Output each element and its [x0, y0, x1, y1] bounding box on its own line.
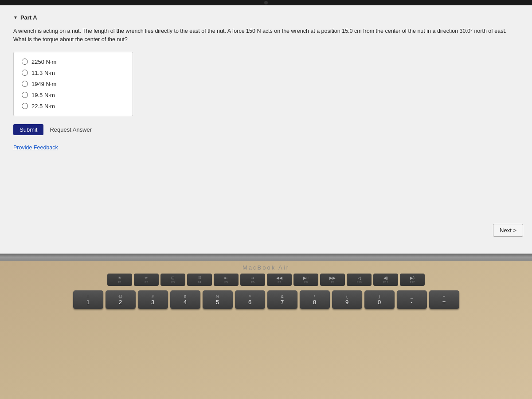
option-label-opt5: 22.5 N·m [31, 103, 55, 110]
option-opt3[interactable]: 1949 N·m [22, 81, 125, 87]
brightness-down-icon: ☀ [118, 276, 121, 280]
part-header: ▼ Part A [13, 14, 519, 21]
radio-opt5[interactable] [22, 103, 28, 109]
key-4[interactable]: $ 4 [170, 290, 200, 309]
key-minus[interactable]: _ - [397, 290, 427, 309]
fn-key-f8[interactable]: ▶II F8 [293, 274, 318, 286]
option-label-opt4: 19.5 N·m [31, 92, 55, 98]
volume-up-icon: ▶) [410, 276, 415, 280]
fn-key-f4[interactable]: ⠿ F4 [187, 274, 212, 286]
part-title: Part A [20, 14, 37, 21]
function-key-row: ☀ F1 ✳ F2 ⊟ F3 ⠿ F4 ⇤ F5 ⇥ F6 ◀◀ F7 ▶II [107, 274, 425, 286]
fn-key-f9[interactable]: ▶▶ F9 [320, 274, 345, 286]
mission-control-icon: ⊟ [171, 276, 175, 280]
fn-key-f6[interactable]: ⇥ F6 [240, 274, 265, 286]
key-6[interactable]: ^ 6 [235, 290, 265, 309]
keyboard-backlight-down-icon: ⇤ [224, 276, 228, 280]
next-button[interactable]: Next > [493, 224, 523, 237]
key-3[interactable]: # 3 [138, 290, 168, 309]
fn-key-f2[interactable]: ✳ F2 [134, 274, 159, 286]
key-0[interactable]: ) 0 [364, 290, 395, 309]
question-text: A wrench is acting on a nut. The length … [13, 27, 519, 44]
radio-opt3[interactable] [22, 81, 28, 87]
fn-key-f11[interactable]: ◀) F11 [373, 274, 398, 286]
collapse-arrow[interactable]: ▼ [13, 15, 18, 20]
keyboard-backlight-up-icon: ⇥ [251, 276, 254, 280]
fn-key-f1[interactable]: ☀ F1 [107, 274, 132, 286]
request-answer-link[interactable]: Request Answer [50, 126, 92, 133]
key-8[interactable]: * 8 [300, 290, 330, 309]
volume-down-icon: ◀) [383, 276, 388, 280]
options-container: 2250 N·m11.3 N·m1949 N·m19.5 N·m22.5 N·m [13, 52, 133, 116]
action-buttons: Submit Request Answer [13, 124, 519, 135]
provide-feedback-link[interactable]: Provide Feedback [13, 145, 58, 151]
fn-key-f12[interactable]: ▶) F12 [400, 274, 425, 286]
option-opt1[interactable]: 2250 N·m [22, 59, 125, 65]
fn-key-f3[interactable]: ⊟ F3 [160, 274, 185, 286]
option-label-opt2: 11.3 N·m [31, 70, 55, 76]
mute-icon: ◁ [358, 276, 361, 280]
key-5[interactable]: % 5 [203, 290, 233, 309]
radio-opt4[interactable] [22, 92, 28, 98]
option-opt4[interactable]: 19.5 N·m [22, 92, 125, 98]
key-1[interactable]: ! 1 [73, 290, 103, 309]
key-9[interactable]: ( 9 [332, 290, 362, 309]
macbook-brand: MacBook Air [243, 264, 289, 271]
fn-key-f10[interactable]: ◁ F10 [347, 274, 372, 286]
option-opt5[interactable]: 22.5 N·m [22, 103, 125, 110]
option-label-opt1: 2250 N·m [31, 59, 56, 65]
rewind-icon: ◀◀ [276, 276, 282, 280]
key-equals[interactable]: + = [429, 290, 459, 309]
launchpad-icon: ⠿ [198, 276, 201, 280]
option-opt2[interactable]: 11.3 N·m [22, 70, 125, 76]
submit-button[interactable]: Submit [13, 124, 43, 135]
fast-forward-icon: ▶▶ [329, 276, 336, 280]
radio-opt2[interactable] [22, 70, 28, 76]
play-pause-icon: ▶II [303, 276, 309, 280]
option-label-opt3: 1949 N·m [31, 81, 56, 87]
key-7[interactable]: & 7 [267, 290, 297, 309]
brightness-up-icon: ✳ [145, 276, 148, 280]
number-key-row: ! 1 @ 2 # 3 $ 4 % 5 ^ 6 & 7 * 8 [73, 290, 459, 309]
fn-key-f7[interactable]: ◀◀ F7 [267, 274, 292, 286]
key-2[interactable]: @ 2 [106, 290, 136, 309]
fn-key-f5[interactable]: ⇤ F5 [214, 274, 239, 286]
radio-opt1[interactable] [22, 59, 28, 65]
